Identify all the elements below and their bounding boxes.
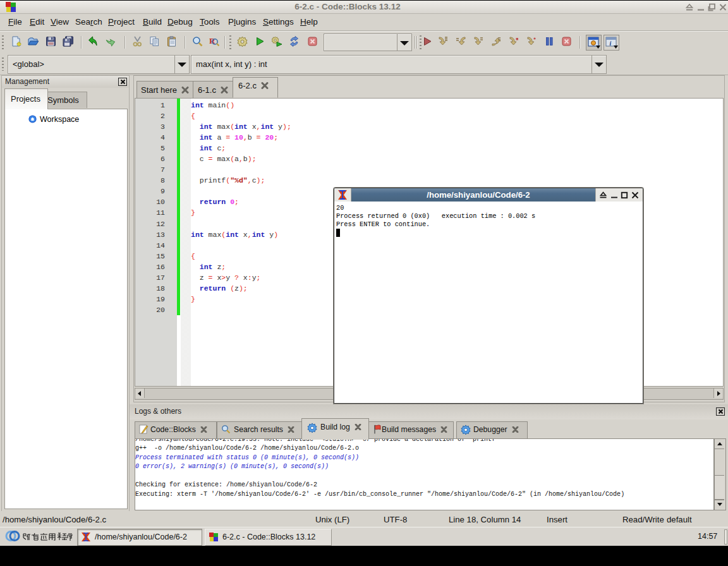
svg-text:i: i: [610, 40, 612, 47]
